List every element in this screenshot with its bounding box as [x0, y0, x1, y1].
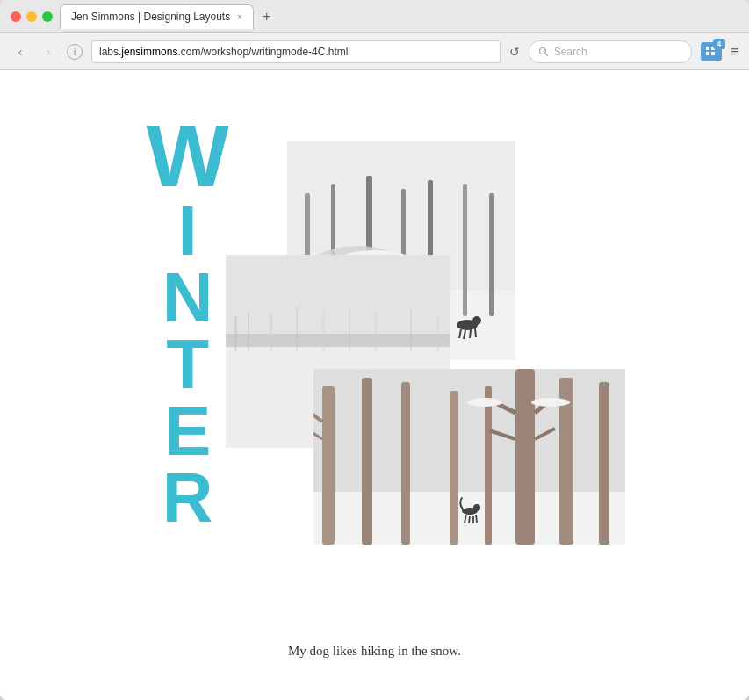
- url-prefix: labs.: [99, 46, 121, 58]
- caption: My dog likes hiking in the snow.: [94, 644, 656, 659]
- winter-text: W I N T E R: [147, 114, 229, 531]
- extensions-wrapper: 4: [701, 42, 722, 61]
- winter-letter-t: T: [166, 331, 209, 398]
- tab-title: Jen Simmons | Designing Layouts: [71, 11, 230, 23]
- search-icon: [538, 47, 549, 57]
- minimize-button[interactable]: [26, 11, 37, 22]
- url-bar[interactable]: labs.jensimmons.com/workshop/writingmode…: [91, 40, 501, 63]
- browser-window: Jen Simmons | Designing Layouts × + ‹ › …: [0, 0, 749, 700]
- traffic-lights: [11, 11, 53, 22]
- winter-letter-e: E: [164, 398, 211, 465]
- caption-text: My dog likes hiking in the snow.: [288, 644, 461, 658]
- svg-rect-77: [313, 369, 625, 545]
- back-button[interactable]: ‹: [11, 42, 30, 61]
- info-icon: i: [73, 47, 76, 57]
- tab-bar: Jen Simmons | Designing Layouts × +: [60, 4, 738, 29]
- menu-button[interactable]: ≡: [731, 44, 738, 60]
- tab-close-button[interactable]: ×: [237, 12, 242, 22]
- photo-bottom: [313, 369, 625, 545]
- page-content: W I N T E R: [0, 70, 749, 700]
- svg-rect-5: [711, 52, 715, 55]
- winter-letter-w: W: [147, 114, 229, 198]
- svg-line-1: [544, 53, 548, 56]
- url-domain: jensimmons: [121, 46, 177, 58]
- photo-bottom-scene: [313, 369, 625, 545]
- active-tab[interactable]: Jen Simmons | Designing Layouts ×: [60, 4, 254, 29]
- close-button[interactable]: [11, 11, 21, 22]
- svg-point-0: [539, 47, 545, 54]
- svg-rect-4: [706, 52, 709, 55]
- search-bar[interactable]: Search: [529, 40, 692, 63]
- title-bar: Jen Simmons | Designing Layouts × +: [0, 0, 749, 33]
- winter-letter-i: I: [178, 198, 198, 264]
- info-button[interactable]: i: [67, 44, 83, 60]
- search-placeholder: Search: [554, 46, 587, 58]
- winter-letter-r: R: [162, 465, 213, 531]
- layout-container: W I N T E R: [94, 105, 656, 615]
- maximize-button[interactable]: [42, 11, 53, 22]
- url-suffix: .com/workshop/writingmode-4C.html: [177, 46, 348, 58]
- new-tab-button[interactable]: +: [257, 9, 276, 25]
- forward-button[interactable]: ›: [39, 42, 58, 61]
- extensions-count: 4: [713, 39, 725, 49]
- extensions-button[interactable]: 4: [701, 42, 722, 61]
- svg-rect-2: [706, 47, 709, 50]
- winter-letter-n: N: [162, 264, 213, 331]
- address-bar: ‹ › i labs.jensimmons.com/workshop/writi…: [0, 33, 749, 70]
- reload-button[interactable]: ↺: [509, 45, 520, 59]
